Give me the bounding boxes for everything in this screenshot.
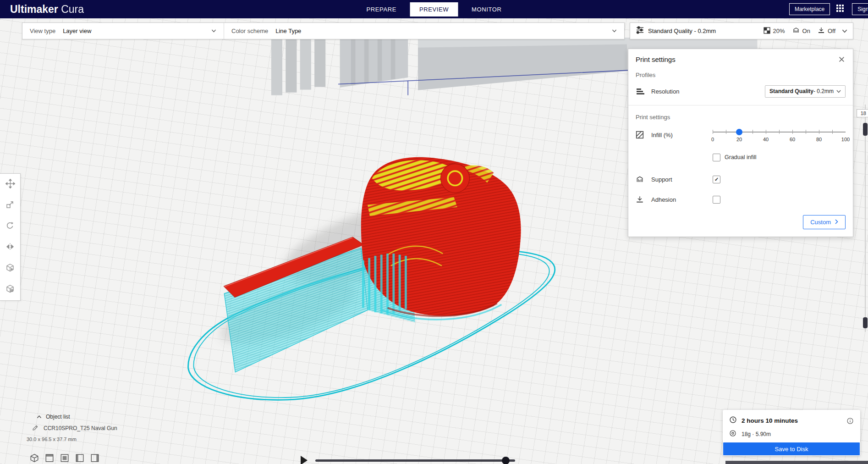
summary-infill: 20% bbox=[764, 27, 785, 35]
adhesion-checkbox[interactable] bbox=[713, 196, 720, 204]
simulation-slider[interactable] bbox=[315, 459, 515, 462]
chevron-down-icon bbox=[211, 29, 216, 33]
adhesion-icon bbox=[636, 195, 646, 204]
profiles-heading: Profiles bbox=[636, 72, 846, 78]
adhesion-icon bbox=[818, 27, 825, 35]
marketplace-button[interactable]: Marketplace bbox=[789, 3, 830, 15]
mirror-icon bbox=[5, 242, 15, 253]
object-list-toggle[interactable]: Object list bbox=[37, 414, 117, 420]
play-icon[interactable] bbox=[301, 456, 308, 464]
view-options-bar: View type Layer view Color scheme Line T… bbox=[22, 22, 625, 39]
object-dimensions: 30.0 x 96.5 x 37.7 mm bbox=[27, 436, 117, 442]
tab-preview[interactable]: PREVIEW bbox=[410, 2, 458, 17]
support-icon bbox=[636, 175, 646, 183]
infill-icon bbox=[636, 131, 646, 139]
resolution-layers-icon bbox=[636, 88, 646, 95]
gradual-infill-row: Gradual infill bbox=[636, 151, 846, 164]
material-estimate: 18g · 5.90m bbox=[742, 431, 771, 437]
infill-density-icon bbox=[764, 27, 770, 35]
support-checkbox[interactable]: ✓ bbox=[713, 176, 720, 183]
app-logo: Ultimaker Cura bbox=[10, 3, 84, 16]
info-icon[interactable] bbox=[846, 417, 854, 425]
color-scheme-value: Line Type bbox=[275, 28, 301, 34]
edit-pencil-icon[interactable] bbox=[32, 424, 39, 432]
brand-bold: Ultimaker bbox=[10, 3, 58, 15]
save-to-disk-button[interactable]: Save to Disk bbox=[723, 442, 860, 455]
support-blocker-icon bbox=[5, 284, 15, 295]
left-toolbar bbox=[0, 173, 21, 301]
layer-slider-track[interactable] bbox=[865, 105, 866, 332]
support-label: Support bbox=[651, 176, 672, 183]
support-row: Support ✓ bbox=[636, 173, 846, 186]
gradual-infill-checkbox[interactable] bbox=[713, 154, 720, 161]
summary-support: On bbox=[792, 27, 810, 35]
layer-slider-handle-bottom[interactable] bbox=[863, 317, 868, 328]
print-settings-panel: Print settings Profiles Resolution Stand… bbox=[628, 49, 853, 237]
chevron-down-icon bbox=[836, 90, 841, 93]
support-blocker-button[interactable] bbox=[0, 279, 20, 300]
header-right: Marketplace Sign in bbox=[789, 3, 868, 15]
object-list: Object list CCR10SPRO_T25 Naval Gun 30.0… bbox=[27, 414, 117, 442]
simulation-controls bbox=[301, 456, 515, 464]
brand-light: Cura bbox=[58, 3, 84, 15]
support-icon bbox=[792, 27, 800, 35]
resolution-dropdown[interactable]: Standard Quality - 0.2mm bbox=[765, 85, 846, 98]
stage-menu: PREPARE PREVIEW MONITOR bbox=[357, 2, 511, 17]
rotate-tool-button[interactable] bbox=[0, 216, 20, 237]
view-left-icon[interactable] bbox=[75, 453, 85, 463]
rotate-icon bbox=[5, 221, 15, 232]
tab-prepare[interactable]: PREPARE bbox=[357, 2, 406, 17]
infill-slider[interactable]: 0 20 40 60 80 100 bbox=[713, 127, 846, 143]
bottom-right-bar bbox=[725, 461, 868, 464]
color-scheme-dropdown[interactable]: Color scheme Line Type bbox=[224, 23, 624, 39]
layer-number-tooltip: 18 bbox=[857, 109, 868, 117]
view-type-dropdown[interactable]: View type Layer view bbox=[22, 23, 224, 39]
object-list-item[interactable]: CCR10SPRO_T25 Naval Gun bbox=[32, 424, 117, 432]
scale-icon bbox=[5, 200, 15, 211]
infill-slider-handle[interactable] bbox=[736, 129, 742, 135]
per-model-settings-button[interactable] bbox=[0, 258, 20, 279]
header: Ultimaker Cura PREPARE PREVIEW MONITOR M… bbox=[0, 0, 868, 18]
close-icon[interactable] bbox=[838, 55, 846, 63]
scale-tool-button[interactable] bbox=[0, 195, 20, 216]
infill-label: Infill (%) bbox=[651, 132, 673, 138]
chevron-down-icon bbox=[612, 29, 617, 33]
infill-row: Infill (%) 0 20 40 60 80 100 bbox=[636, 127, 846, 143]
apps-grid-icon[interactable] bbox=[836, 5, 846, 14]
panel-title: Print settings bbox=[636, 55, 676, 63]
settings-sliders-icon bbox=[636, 26, 644, 36]
chevron-down-icon[interactable] bbox=[842, 29, 847, 33]
sign-in-button[interactable]: Sign in bbox=[852, 3, 868, 15]
custom-settings-button[interactable]: Custom bbox=[803, 215, 846, 229]
per-model-settings-icon bbox=[5, 263, 15, 274]
chevron-right-icon bbox=[835, 219, 838, 226]
view-top-icon[interactable] bbox=[60, 453, 70, 463]
collapse-chevron-icon bbox=[37, 414, 42, 420]
move-icon bbox=[5, 179, 15, 190]
view-type-value: Layer view bbox=[63, 28, 91, 34]
clock-icon bbox=[729, 416, 737, 425]
cura-app: Ultimaker Cura PREPARE PREVIEW MONITOR M… bbox=[0, 0, 868, 464]
object-name: CCR10SPRO_T25 Naval Gun bbox=[44, 425, 117, 431]
color-scheme-label: Color scheme bbox=[231, 28, 268, 34]
print-settings-heading: Print settings bbox=[636, 114, 846, 121]
tab-monitor[interactable]: MONITOR bbox=[462, 2, 511, 17]
view-right-icon[interactable] bbox=[90, 453, 100, 463]
resolution-row: Resolution Standard Quality - 0.2mm bbox=[636, 85, 846, 98]
view-front-icon[interactable] bbox=[44, 453, 55, 463]
simulation-slider-handle[interactable] bbox=[502, 457, 510, 464]
camera-view-presets bbox=[29, 453, 100, 463]
print-settings-summary[interactable]: Standard Quality - 0.2mm 20% On Off bbox=[630, 22, 853, 39]
material-spool-icon bbox=[729, 430, 736, 438]
move-tool-button[interactable] bbox=[0, 174, 20, 195]
gradual-infill-label: Gradual infill bbox=[725, 154, 756, 160]
layer-slider-handle-top[interactable] bbox=[863, 123, 868, 136]
view-3d-icon[interactable] bbox=[29, 453, 39, 463]
summary-profile: Standard Quality - 0.2mm bbox=[648, 28, 716, 34]
mirror-tool-button[interactable] bbox=[0, 237, 20, 258]
resolution-label: Resolution bbox=[651, 88, 679, 95]
adhesion-label: Adhesion bbox=[651, 196, 676, 203]
summary-adhesion: Off bbox=[818, 27, 835, 35]
slider-track[interactable] bbox=[713, 132, 846, 133]
time-estimate: 2 hours 10 minutes bbox=[742, 417, 798, 424]
